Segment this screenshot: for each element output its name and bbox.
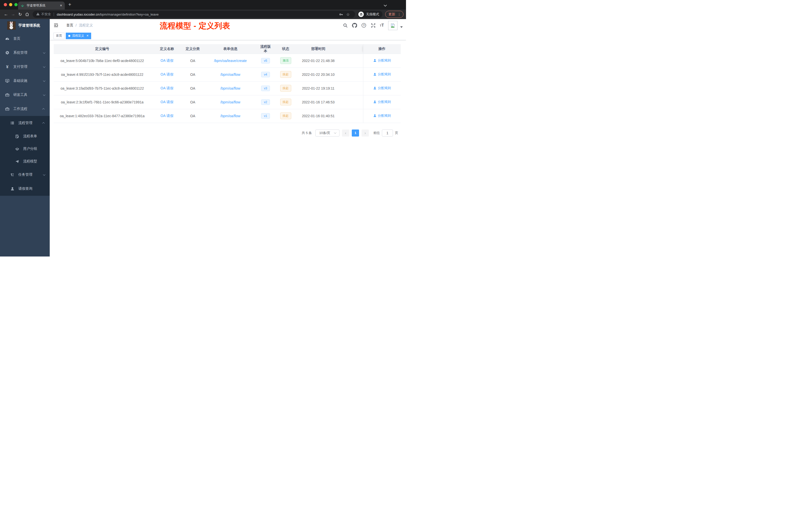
browser-tab[interactable]: 芋道管理系统 ✕ xyxy=(18,1,65,9)
page-overlay-title: 流程模型 - 定义列表 xyxy=(160,21,230,31)
definition-id: oa_leave:2:3c1f0ef1-76b1-11ec-9c66-a2380… xyxy=(54,95,151,109)
form-info-link[interactable]: /bpm/oa/flow xyxy=(221,72,240,77)
assign-rule-link[interactable]: 分配规则 xyxy=(373,72,391,77)
column-header: 定义编号 xyxy=(54,44,151,54)
font-size-icon[interactable]: TT xyxy=(380,23,384,28)
list-icon xyxy=(10,121,14,125)
home-icon[interactable] xyxy=(24,11,31,18)
definition-name-link[interactable]: OA 请假 xyxy=(161,72,173,76)
sidebar-item-payment[interactable]: ¥ 支付管理 xyxy=(0,60,50,74)
version-badge: v4 xyxy=(261,72,270,77)
help-icon[interactable]: ? xyxy=(361,23,366,28)
assign-rule-link[interactable]: 分配规则 xyxy=(373,86,391,90)
url-text[interactable]: dashboard.yudao.iocoder.cn/bpm/manager/d… xyxy=(57,12,338,16)
search-icon[interactable] xyxy=(343,23,348,28)
sidebar-item-label: 首页 xyxy=(13,36,45,41)
sidebar-item-process-model[interactable]: 流程模型 xyxy=(0,155,50,168)
page-size-value: 10条/页 xyxy=(319,131,330,135)
fullscreen-icon[interactable] xyxy=(371,23,376,28)
assign-rule-link[interactable]: 分配规则 xyxy=(373,100,391,104)
version-badge: v1 xyxy=(261,113,270,119)
tab-search-chevron-icon[interactable] xyxy=(384,3,387,8)
definition-name-link[interactable]: OA 请假 xyxy=(161,114,173,118)
paper-plane-icon xyxy=(15,159,19,163)
next-page-button[interactable]: › xyxy=(361,129,369,137)
back-icon[interactable]: ← xyxy=(2,11,9,18)
sidebar-item-home[interactable]: 首页 xyxy=(0,32,50,46)
pagination: 共 5 条 10条/页 ‹ 1 › 前往 1 页 xyxy=(54,129,401,137)
tab-close-icon[interactable]: ✕ xyxy=(60,4,62,7)
toolbox-icon xyxy=(5,93,9,97)
browser-update-button[interactable]: 更新 ⋮ xyxy=(385,11,404,18)
tag-home[interactable]: 首页 xyxy=(54,33,64,39)
security-warning-icon[interactable] xyxy=(36,12,40,17)
user-menu-caret-icon[interactable] xyxy=(400,26,403,28)
current-page-button[interactable]: 1 xyxy=(352,129,359,137)
security-label[interactable]: 不安全 xyxy=(41,12,51,17)
goto-label: 前往 xyxy=(373,131,380,135)
assign-rule-label: 分配规则 xyxy=(378,58,391,63)
page-size-select[interactable]: 10条/页 xyxy=(315,129,340,137)
navbar-actions: ? TT xyxy=(343,21,406,30)
sidebar-item-process-form[interactable]: 流程表单 xyxy=(0,130,50,143)
sidebar-logo[interactable]: 芋道管理系统 xyxy=(0,19,50,32)
form-info-link[interactable]: /bpm/oa/flow xyxy=(221,114,240,118)
close-window-button[interactable] xyxy=(4,3,7,6)
form-info-link[interactable]: /bpm/oa/flow xyxy=(221,100,240,104)
user-avatar-broken-image[interactable] xyxy=(388,21,398,30)
prev-page-button[interactable]: ‹ xyxy=(342,129,349,137)
form-info-link[interactable]: /bpm/oa/leave/create xyxy=(214,59,247,63)
definition-name-link[interactable]: OA 请假 xyxy=(161,100,173,104)
deploy-time: 2022-01-22 20:34:10 xyxy=(299,67,338,81)
definition-name-link[interactable]: OA 请假 xyxy=(161,58,173,62)
sidebar-item-devtools[interactable]: 研发工具 xyxy=(0,88,50,102)
reload-icon[interactable]: ↻ xyxy=(17,11,24,18)
active-dot-icon xyxy=(68,35,70,37)
definition-category: OA xyxy=(183,81,202,95)
sidebar-item-process-management[interactable]: 流程管理 xyxy=(0,116,50,130)
assign-rule-label: 分配规则 xyxy=(378,86,391,90)
assign-rule-link[interactable]: 分配规则 xyxy=(373,58,391,63)
definition-name-link[interactable]: OA 请假 xyxy=(161,86,173,90)
goto-page-input[interactable]: 1 xyxy=(382,129,393,137)
briefcase-icon xyxy=(5,107,9,111)
chevron-down-icon xyxy=(43,173,46,176)
sidebar-item-leave-query[interactable]: 请假查询 xyxy=(0,182,50,196)
table-row: oa_leave:2:3c1f0ef1-76b1-11ec-9c66-a2380… xyxy=(54,95,401,109)
assign-rule-link[interactable]: 分配规则 xyxy=(373,114,391,118)
password-key-icon[interactable] xyxy=(338,11,345,18)
sidebar-item-label: 流程表单 xyxy=(23,134,45,139)
tag-close-icon[interactable]: ✕ xyxy=(86,34,89,37)
status-badge: 挂起 xyxy=(280,71,291,78)
tag-label: 首页 xyxy=(56,34,62,38)
new-tab-button[interactable]: + xyxy=(68,2,71,7)
forward-icon[interactable]: → xyxy=(9,11,17,18)
browser-menu-icon[interactable]: ⋮ xyxy=(398,12,401,16)
zoom-window-button[interactable] xyxy=(14,3,18,6)
sidebar-item-infrastructure[interactable]: 基础设施 xyxy=(0,74,50,88)
window-controls[interactable] xyxy=(4,3,18,6)
user-icon xyxy=(373,72,377,76)
github-icon[interactable] xyxy=(352,23,357,28)
svg-text:?: ? xyxy=(363,24,365,27)
sidebar-item-workflow[interactable]: 工作流程 xyxy=(0,102,50,116)
update-label[interactable]: 更新 xyxy=(388,12,395,17)
sidebar-collapse-icon[interactable] xyxy=(50,23,62,28)
form-info-link[interactable]: /bpm/oa/flow xyxy=(221,86,240,90)
breadcrumb-current: 流程定义 xyxy=(79,23,93,28)
bookmark-star-icon[interactable]: ☆ xyxy=(345,11,351,18)
sidebar-item-label: 系统管理 xyxy=(13,51,39,55)
sidebar-item-task-management[interactable]: 任务管理 xyxy=(0,168,50,182)
minimize-window-button[interactable] xyxy=(9,3,12,6)
user-icon xyxy=(373,100,377,104)
sidebar-item-user-group[interactable]: 用户分组 xyxy=(0,143,50,155)
assign-rule-label: 分配规则 xyxy=(378,100,391,104)
breadcrumb-home[interactable]: 首页 xyxy=(66,23,73,28)
tree-icon xyxy=(10,173,14,177)
sidebar-item-system[interactable]: 系统管理 xyxy=(0,46,50,60)
sidebar-item-label: 支付管理 xyxy=(13,64,39,69)
url-bar[interactable]: 不安全 dashboard.yudao.iocoder.cn/bpm/manag… xyxy=(33,11,355,18)
tag-process-definition[interactable]: 流程定义 ✕ xyxy=(66,33,91,39)
column-header: 表单信息 xyxy=(202,44,259,54)
user-icon xyxy=(10,186,14,191)
